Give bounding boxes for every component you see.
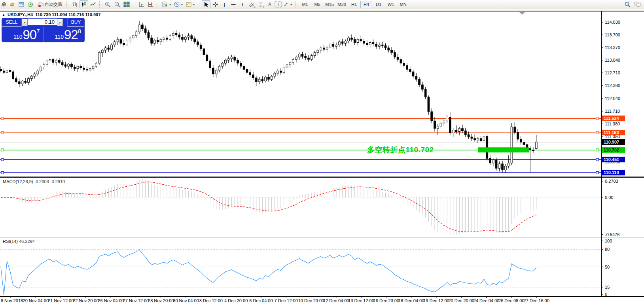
one-click-trading-panel: SELL ▼ ▲ BUY 110 90 7 110 92 8	[2, 18, 84, 42]
svg-text:24 Dec 04:00: 24 Dec 04:00	[474, 298, 499, 303]
crosshair-button[interactable]	[211, 0, 220, 8]
svg-text:113.700: 113.700	[605, 32, 620, 37]
svg-text:多空转折点110.702: 多空转折点110.702	[367, 146, 434, 154]
price-axis[interactable]: 114.030113.700113.370113.040112.710112.3…	[601, 20, 620, 176]
chart-shift-marker[interactable]	[519, 12, 525, 15]
sell-price[interactable]: 110 90 7	[2, 27, 43, 42]
svg-text:113.040: 113.040	[605, 58, 620, 63]
rsi-value: 46.2294	[19, 239, 35, 244]
svg-text:111.153: 111.153	[604, 130, 619, 135]
auto-scroll-button[interactable]	[137, 0, 146, 8]
sell-button[interactable]: SELL	[2, 18, 22, 27]
svg-text:3 Dec 12:00: 3 Dec 12:00	[199, 298, 223, 303]
toolbar-separator	[133, 1, 135, 8]
new-order-label[interactable]: 单	[2, 1, 6, 8]
candlestick-chart-icon	[81, 1, 87, 8]
zoom-in-button[interactable]	[103, 0, 112, 8]
horizontal-line-button[interactable]: —	[229, 0, 238, 8]
svg-text:26 Nov 04:00: 26 Nov 04:00	[98, 298, 123, 303]
new-order-icon-button[interactable]	[8, 0, 17, 8]
buy-button[interactable]: BUY	[67, 18, 84, 27]
vertical-line-button[interactable]: |	[220, 0, 229, 8]
text-label-button[interactable]: T	[275, 1, 282, 8]
timeframe-button-M5[interactable]: M5	[311, 1, 323, 8]
chart-ohlc-title: ▲ USDJPY-,H4 110.739 111.094 110.716 110…	[2, 12, 100, 17]
panel-toggle-icon[interactable]: ▲	[2, 13, 5, 17]
annotation-text[interactable]: 多空转折点110.702	[367, 146, 434, 154]
fibonacci-button[interactable]: F	[256, 0, 265, 8]
volume-decrease-button[interactable]: ▼	[22, 19, 28, 26]
signal-icon	[27, 1, 34, 8]
spin-down-icon: ▼	[23, 21, 26, 24]
line-chart-button[interactable]	[89, 0, 97, 8]
macd-axis[interactable]: 0.27030.00-0.5476	[601, 179, 619, 237]
svg-text:112.380: 112.380	[605, 83, 620, 88]
zoom-out-button[interactable]	[113, 0, 122, 8]
buy-price-big: 92	[64, 28, 78, 41]
templates-button[interactable]: ▾	[184, 0, 196, 8]
chart-frame	[0, 11, 644, 297]
svg-text:110.907: 110.907	[604, 140, 619, 144]
time-axis[interactable]: 18 Nov 201820 Nov 04:0021 Nov 12:0022 No…	[0, 296, 549, 303]
trendline-icon: /	[242, 2, 243, 7]
svg-text:114.030: 114.030	[605, 20, 620, 25]
macd-name: MACD(12,26,9)	[3, 179, 33, 184]
highlight-zone[interactable]	[478, 147, 529, 152]
timeframe-button-M1[interactable]: M1	[299, 1, 311, 8]
dropdown-caret-icon: ▾	[193, 3, 195, 6]
svg-text:0.00: 0.00	[605, 195, 613, 200]
buy-price-small: 110	[55, 32, 64, 41]
svg-text:110.451: 110.451	[604, 157, 619, 162]
timeframe-button-W1[interactable]: W1	[385, 1, 397, 8]
chart-window-button[interactable]	[17, 0, 26, 8]
ohlc-values: 110.739 111.094 110.716 110.907	[35, 12, 100, 17]
svg-text:18 Nov 2018: 18 Nov 2018	[0, 298, 23, 303]
text-tool-button[interactable]: A	[265, 0, 274, 8]
chart-shift-button[interactable]	[146, 0, 155, 8]
trade-panel-top-row: SELL ▼ ▲ BUY	[2, 18, 84, 27]
timeframe-button-M15[interactable]: M15	[324, 1, 335, 8]
dropdown-caret-icon: ▾	[181, 3, 183, 6]
indicators-button[interactable]: ▾	[161, 0, 172, 8]
svg-text:16 Dec 23:00: 16 Dec 23:00	[373, 298, 399, 303]
chat-icon[interactable]	[633, 0, 642, 8]
line-chart-icon	[90, 1, 96, 8]
chart-canvas[interactable]: 114.030113.700113.370113.040112.710112.3…	[0, 0, 644, 305]
buy-price[interactable]: 110 92 8	[44, 27, 85, 42]
bar-chart-button[interactable]	[70, 0, 79, 8]
svg-text:22 Nov 20:00: 22 Nov 20:00	[73, 298, 98, 303]
autotrading-button[interactable]: 自动交易	[35, 0, 64, 8]
sell-price-big: 90	[23, 28, 36, 41]
svg-text:28 Nov 20:00: 28 Nov 20:00	[148, 298, 174, 303]
svg-text:18 Dec 04:00: 18 Dec 04:00	[398, 298, 424, 303]
tile-windows-button[interactable]	[122, 0, 131, 8]
svg-text:110.110: 110.110	[604, 170, 619, 175]
timeframe-button-H1[interactable]: H1	[348, 1, 360, 8]
svg-text:6 Dec 04:00: 6 Dec 04:00	[249, 298, 273, 303]
volume-increase-button[interactable]: ▲	[57, 19, 63, 26]
periods-button[interactable]: ▾	[172, 0, 184, 8]
arrows-tool-button[interactable]: ▾	[282, 0, 293, 8]
toolbar-separator	[198, 1, 200, 8]
vertical-line-icon: |	[224, 2, 225, 7]
timeframe-button-MN[interactable]: MN	[397, 1, 409, 8]
add-indicator-icon	[162, 1, 168, 8]
svg-text:0: 0	[605, 292, 607, 297]
equidistant-channel-button[interactable]: E	[247, 0, 256, 8]
timeframe-button-H4[interactable]: H4	[360, 1, 372, 8]
trendline-button[interactable]: /	[238, 0, 247, 8]
signals-button[interactable]	[26, 0, 35, 8]
macd-pane	[0, 179, 601, 235]
svg-text:20 Nov 04:00: 20 Nov 04:00	[23, 298, 49, 303]
template-icon	[186, 1, 192, 8]
cursor-button[interactable]	[202, 0, 210, 8]
sell-price-small: 110	[13, 32, 22, 41]
candlestick-chart-button[interactable]	[80, 0, 88, 8]
timeframe-button-M30[interactable]: M30	[336, 1, 348, 8]
timeframe-button-D1[interactable]: D1	[373, 1, 385, 8]
text-tool-icon: A	[268, 2, 271, 7]
search-icon[interactable]	[623, 0, 632, 8]
rsi-axis[interactable]: 1008050150	[601, 239, 612, 297]
chart-window-icon	[18, 1, 25, 8]
volume-input[interactable]	[28, 19, 57, 25]
